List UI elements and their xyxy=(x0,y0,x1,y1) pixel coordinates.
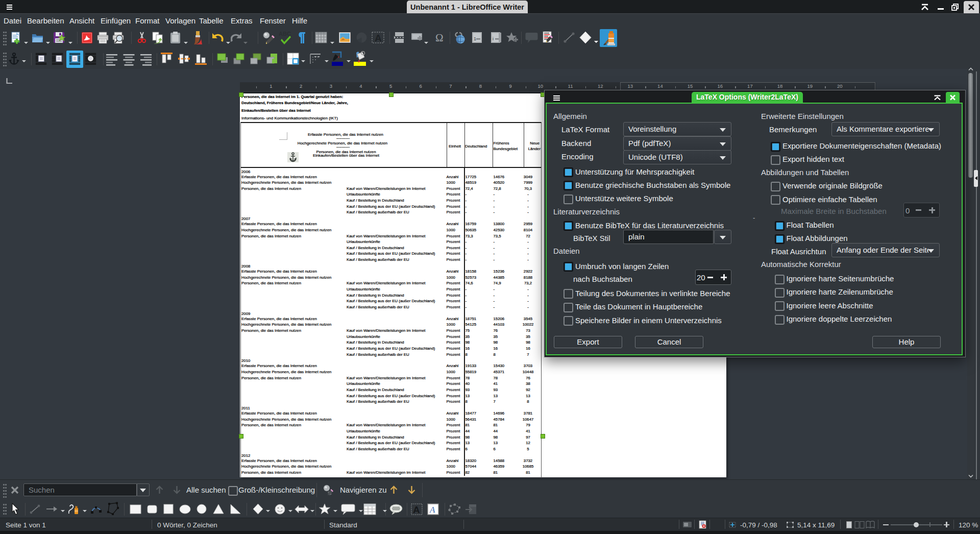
svg-text:Ω: Ω xyxy=(435,32,444,43)
svg-text:ABC: ABC xyxy=(279,31,291,37)
svg-text:i: i xyxy=(493,36,494,41)
svg-text:A: A xyxy=(413,504,420,515)
svg-text:1: 1 xyxy=(474,36,476,41)
svg-text:A: A xyxy=(429,505,435,515)
svg-text:A: A xyxy=(375,33,382,43)
